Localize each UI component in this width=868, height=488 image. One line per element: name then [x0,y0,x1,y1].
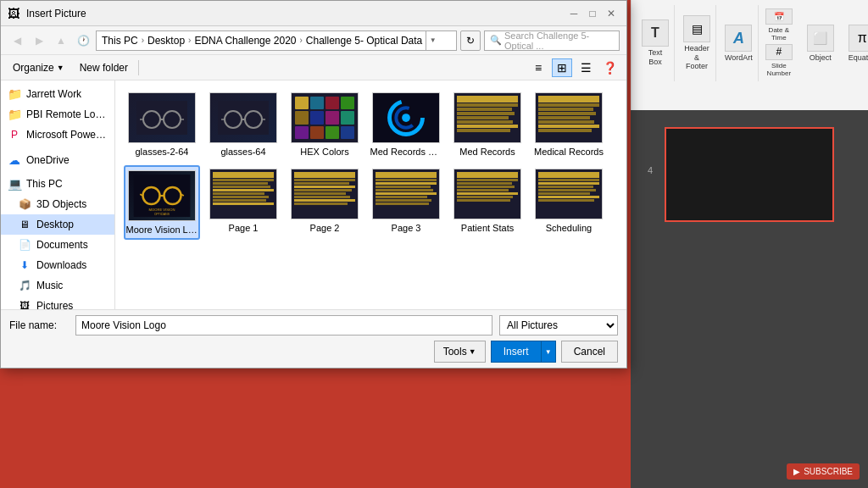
file-thumb-patient-stats [453,169,521,219]
svg-point-15 [402,114,410,122]
new-folder-label: New folder [80,62,128,74]
recent-button[interactable]: 🕐 [74,31,92,50]
file-item-page-2[interactable]: Page 2 [287,165,363,240]
file-item-page-3[interactable]: Page 3 [368,165,444,240]
breadcrumb-this-pc[interactable]: This PC [102,35,138,47]
file-item-page-1[interactable]: Page 1 [205,165,281,240]
file-thumb-moore-vision: MOORE VISION OPTICIANS [128,170,196,221]
folder-icon: 📁 [8,87,21,101]
slide-number-label: SlideNumber [767,62,791,78]
sidebar-item-pbi-remote[interactable]: 📁 PBI Remote Logi... [1,104,114,125]
subscribe-icon: ▶ [793,467,800,476]
sidebar-item-onedrive[interactable]: ☁ OneDrive [1,150,114,170]
subscribe-button[interactable]: ▶ SUBSCRIBE [787,463,860,480]
sidebar-label-this-pc: This PC [26,178,63,190]
file-name-page-2: Page 2 [310,223,340,233]
documents-icon: 📄 [18,238,31,252]
dialog-title: Insert Picture [26,8,86,19]
file-thumb-page-3 [372,169,440,219]
breadcrumb-desktop[interactable]: Desktop [147,35,185,47]
sidebar-item-3d-objects[interactable]: 📦 3D Objects [1,194,114,214]
tools-dropdown-icon: ▼ [469,347,476,356]
powerpoint-ribbon: T TextBox ▤ Header& Footer A WordArt 📅 D… [631,0,868,110]
breadcrumb-sep-3: › [300,36,303,45]
slide-number-icon: # [765,44,793,60]
file-thumb-scheduling [535,169,603,219]
maximize-button[interactable]: □ [584,5,601,22]
folder-icon-pbi: 📁 [8,108,21,121]
file-item-glasses-2-64[interactable]: glasses-2-64 [124,89,200,160]
up-button[interactable]: ▲ [52,31,70,50]
organize-label: Organize [13,62,54,74]
file-name-med-records-pct: Med Records Percentages [370,147,442,157]
file-item-med-records[interactable]: Med Records [449,89,526,160]
bottom-bar: File name: All Pictures All Files JPEG P… [1,309,626,368]
sidebar-item-desktop[interactable]: 🖥 Desktop [1,214,114,235]
refresh-button[interactable]: ↻ [460,30,481,51]
powerpoint-slide-panel: 4 [631,110,868,488]
sidebar-label-jarrett-work: Jarrett Work [26,88,81,100]
file-item-scheduling[interactable]: Scheduling [531,165,607,240]
back-button[interactable]: ◀ [8,31,26,50]
help-button[interactable]: ❓ [599,58,620,77]
organize-button[interactable]: Organize ▼ [8,59,70,76]
organize-dropdown-icon: ▼ [57,64,64,72]
sidebar-item-pictures[interactable]: 🖼 Pictures [1,296,114,309]
details-view-button[interactable]: ☰ [576,58,596,77]
sidebar-item-documents[interactable]: 📄 Documents [1,235,114,255]
list-view-button[interactable]: ≡ [528,58,548,77]
equation-icon: π [849,25,868,52]
file-thumb-hex-colors [291,92,359,143]
file-item-patient-stats[interactable]: Patient Stats [449,165,526,240]
title-bar-left: 🖼 Insert Picture [8,7,86,20]
minimize-button[interactable]: ─ [565,5,582,22]
search-box[interactable]: 🔍 Search Challenge 5- Optical ... [484,30,620,51]
filetype-select[interactable]: All Pictures All Files JPEG PNG BMP GIF [499,315,618,336]
file-item-hex-colors[interactable]: HEX Colors [287,89,363,160]
sidebar-label-ppt: Microsoft PowerP... [26,129,108,141]
icon-view-button[interactable]: ⊞ [552,58,572,77]
object-label: Object [810,53,832,62]
svg-text:MOORE VISION: MOORE VISION [149,208,175,212]
new-folder-button[interactable]: New folder [75,59,133,76]
tools-button[interactable]: Tools ▼ [434,341,486,363]
file-name-patient-stats: Patient Stats [461,223,514,233]
sidebar-label-onedrive: OneDrive [26,154,70,166]
file-item-medical-records[interactable]: Medical Records [531,89,607,160]
object-icon: ⬜ [807,25,834,52]
sidebar-item-music[interactable]: 🎵 Music [1,275,114,296]
filename-input[interactable] [75,315,492,336]
breadcrumb-dropdown-button[interactable]: ▼ [426,30,439,51]
file-item-glasses-64[interactable]: glasses-64 [205,89,281,160]
sidebar-label-documents: Documents [36,239,88,251]
textbox-label: TextBox [648,48,663,67]
date-time-label: Date &Time [769,26,789,42]
breadcrumb-challenge5[interactable]: Challenge 5- Optical Data [306,35,422,47]
cancel-button[interactable]: Cancel [561,341,618,363]
music-icon: 🎵 [18,279,31,292]
sidebar-item-downloads[interactable]: ⬇ Downloads [1,255,114,275]
header-footer-label: Header& Footer [683,44,710,71]
toolbar-separator [138,60,139,75]
sidebar-label-pbi: PBI Remote Logi... [26,108,108,120]
insert-dropdown-button[interactable]: ▼ [541,341,556,363]
close-button[interactable]: ✕ [603,5,620,22]
ppt-icon: P [8,128,21,141]
date-time-icon: 📅 [765,8,793,25]
action-row: Tools ▼ Insert ▼ Cancel [9,341,618,363]
file-item-moore-vision-logo[interactable]: MOORE VISION OPTICIANS Moore Vision Logo [124,165,200,240]
title-bar-controls: ─ □ ✕ [565,5,620,22]
toolbar-right: ≡ ⊞ ☰ ❓ [528,58,620,77]
insert-button[interactable]: Insert [491,341,541,363]
forward-button[interactable]: ▶ [30,31,48,50]
sidebar-label-downloads: Downloads [36,259,86,271]
file-item-med-records-pct[interactable]: Med Records Percentages [368,89,444,160]
file-name-page-3: Page 3 [392,223,421,233]
breadcrumb-edna[interactable]: EDNA Challenge 2020 [194,35,296,47]
sidebar-item-jarrett-work[interactable]: 📁 Jarrett Work [1,84,114,104]
file-thumb-medical-records [535,92,603,143]
file-thumb-med-records-pct [372,92,440,143]
sidebar-item-this-pc[interactable]: 💻 This PC [1,174,114,194]
toolbar-row: Organize ▼ New folder ≡ ⊞ ☰ ❓ [1,55,626,80]
sidebar-item-microsoft-ppt[interactable]: P Microsoft PowerP... [1,125,114,145]
